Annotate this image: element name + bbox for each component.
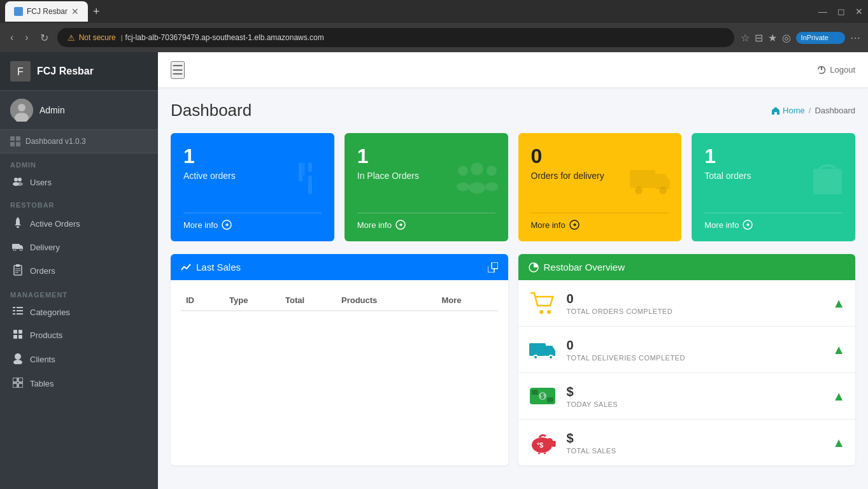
sidebar-item-orders-label: Orders bbox=[30, 266, 55, 276]
svg-text:$: $ bbox=[539, 441, 543, 449]
users-icon bbox=[12, 177, 24, 188]
overview-item-total-sales: $ $ TOTAL SALES ▲ bbox=[518, 420, 856, 465]
sidebar-item-products[interactable]: Products bbox=[0, 323, 158, 347]
svg-rect-69 bbox=[532, 390, 538, 395]
security-label: Not secure bbox=[79, 33, 116, 42]
sidebar-item-tables[interactable]: Tables bbox=[0, 372, 158, 395]
sidebar-user: Admin bbox=[0, 91, 158, 130]
main-content: ☰ Logout Dashboard Home / Dashboard bbox=[158, 52, 868, 489]
total-deliveries-completed-label: TOTAL DELIVERIES COMPLETED bbox=[567, 354, 823, 362]
svg-rect-24 bbox=[17, 307, 23, 308]
svg-rect-70 bbox=[547, 397, 553, 402]
svg-point-54 bbox=[635, 187, 643, 194]
total-sales-arrow: ▲ bbox=[832, 436, 845, 450]
restobar-overview-panel: Restobar Overview 0 TOTAL ORDERS COMPLET… bbox=[518, 254, 856, 465]
svg-rect-53 bbox=[630, 170, 655, 188]
svg-rect-32 bbox=[18, 335, 22, 339]
last-sales-header: Last Sales bbox=[171, 254, 508, 280]
svg-point-47 bbox=[471, 162, 483, 175]
piggy-bank-icon: $ bbox=[529, 429, 557, 457]
col-id: ID bbox=[186, 295, 224, 305]
in-place-orders-more-info-label: More info bbox=[357, 220, 392, 230]
client-icon bbox=[12, 353, 24, 366]
svg-rect-23 bbox=[13, 307, 15, 308]
profile-icon: 👤 bbox=[831, 34, 840, 42]
svg-rect-28 bbox=[17, 313, 23, 315]
total-sales-number: $ bbox=[567, 431, 823, 446]
total-orders-more-info-label: More info bbox=[704, 220, 739, 230]
address-input[interactable]: ⚠ Not secure | fcj-lab-alb-703679479.ap-… bbox=[57, 28, 734, 47]
breadcrumb-home[interactable]: Home bbox=[771, 106, 805, 115]
in-place-orders-more-info[interactable]: More info bbox=[357, 213, 495, 230]
copilot-icon[interactable]: ◎ bbox=[782, 32, 791, 44]
col-more: More bbox=[442, 295, 493, 305]
sidebar-item-delivery[interactable]: Delivery bbox=[0, 236, 158, 259]
sidebar-item-clients[interactable]: Clients bbox=[0, 347, 158, 372]
svg-point-51 bbox=[485, 182, 498, 191]
tab-close-button[interactable]: ✕ bbox=[71, 6, 79, 17]
refresh-button[interactable]: ↻ bbox=[38, 29, 51, 46]
sidebar-item-active-orders-label: Active Orders bbox=[30, 219, 80, 229]
sidebar-item-orders[interactable]: Orders bbox=[0, 259, 158, 283]
orders-for-delivery-more-info-label: More info bbox=[531, 220, 566, 230]
total-orders-more-info[interactable]: More info bbox=[704, 213, 843, 230]
minimize-button[interactable]: — bbox=[818, 6, 827, 17]
content-area: Dashboard Home / Dashboard 1 Active orde bbox=[158, 88, 868, 478]
arrow-circle-icon-4 bbox=[743, 220, 753, 230]
sidebar-brand: F FCJ Resbar bbox=[0, 52, 158, 91]
hamburger-button[interactable]: ☰ bbox=[171, 61, 185, 79]
back-button[interactable]: ‹ bbox=[8, 29, 16, 46]
svg-rect-7 bbox=[16, 136, 20, 141]
svg-rect-41 bbox=[299, 162, 302, 181]
collection-icon[interactable]: ⊟ bbox=[755, 32, 763, 44]
tab-favicon bbox=[14, 7, 23, 16]
svg-rect-25 bbox=[13, 310, 15, 311]
bag-icon bbox=[810, 159, 845, 206]
sidebar-item-active-orders[interactable]: Active Orders bbox=[0, 211, 158, 236]
external-link-icon[interactable] bbox=[488, 262, 498, 273]
active-orders-more-info[interactable]: More info bbox=[183, 213, 322, 230]
sidebar-item-categories[interactable]: Categories bbox=[0, 301, 158, 323]
svg-rect-57 bbox=[813, 169, 842, 194]
management-section-label: MANAGEMENT bbox=[0, 283, 158, 301]
restobar-overview-body: 0 TOTAL ORDERS COMPLETED ▲ 0 bbox=[518, 280, 856, 465]
svg-point-4 bbox=[18, 104, 25, 111]
browser-tab[interactable]: FCJ Resbar ✕ bbox=[5, 1, 88, 22]
svg-rect-30 bbox=[18, 330, 22, 334]
favorites-icon[interactable]: ★ bbox=[768, 32, 777, 44]
star-icon[interactable]: ☆ bbox=[741, 32, 750, 44]
url-text: fcj-lab-alb-703679479.ap-southeast-1.elb… bbox=[125, 33, 324, 42]
today-sales-label: TODAY SALES bbox=[567, 400, 823, 408]
brand-name: FCJ Resbar bbox=[37, 66, 94, 77]
orders-for-delivery-card: 0 Orders for delivery More info bbox=[518, 133, 682, 241]
sidebar-item-products-label: Products bbox=[30, 330, 62, 340]
close-window-button[interactable]: ✕ bbox=[855, 6, 863, 17]
today-sales-arrow: ▲ bbox=[832, 389, 845, 404]
new-tab-button[interactable]: + bbox=[93, 5, 100, 18]
top-bar: ☰ Logout bbox=[158, 52, 868, 88]
forward-button[interactable]: › bbox=[22, 29, 31, 46]
svg-point-49 bbox=[457, 182, 469, 191]
dashboard-icon bbox=[10, 136, 20, 146]
settings-icon[interactable]: ⋯ bbox=[850, 32, 860, 44]
delivery-truck-icon bbox=[630, 162, 671, 204]
home-icon bbox=[771, 106, 780, 115]
money-icon: $ bbox=[529, 382, 557, 410]
svg-point-10 bbox=[14, 178, 18, 181]
overview-info-total-sales: $ TOTAL SALES bbox=[567, 431, 823, 455]
overview-info-today-sales: $ TODAY SALES bbox=[567, 385, 823, 408]
maximize-button[interactable]: ◻ bbox=[837, 6, 845, 17]
svg-rect-26 bbox=[17, 310, 23, 311]
arrow-circle-icon-3 bbox=[569, 220, 580, 230]
orders-for-delivery-more-info[interactable]: More info bbox=[531, 213, 669, 230]
total-orders-card: 1 Total orders More info bbox=[692, 133, 855, 241]
restobar-overview-title: Restobar Overview bbox=[544, 262, 625, 273]
sidebar: F FCJ Resbar Admin Dashboard v1.0.3 ADMI… bbox=[0, 52, 158, 489]
sidebar-item-users[interactable]: Users bbox=[0, 171, 158, 194]
svg-rect-35 bbox=[13, 378, 17, 382]
delivery-icon bbox=[529, 336, 557, 364]
last-sales-title: Last Sales bbox=[196, 262, 241, 273]
table-icon bbox=[12, 378, 24, 390]
svg-line-77 bbox=[544, 453, 546, 454]
logout-button[interactable]: Logout bbox=[817, 65, 855, 74]
